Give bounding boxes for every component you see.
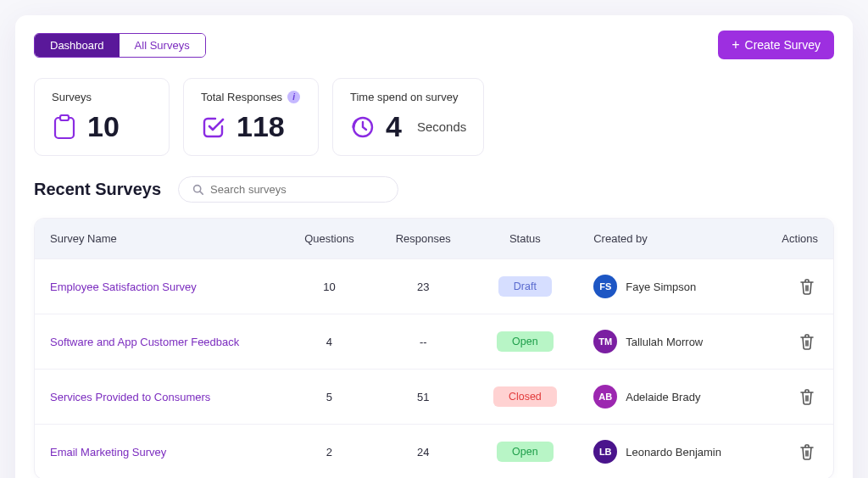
survey-link[interactable]: Services Provided to Consumers (50, 391, 210, 403)
table-header-row: Survey Name Questions Responses Status C… (35, 219, 833, 259)
checkbox-icon (201, 114, 226, 140)
stat-title: Total Responses (201, 91, 282, 103)
svg-rect-1 (60, 115, 69, 120)
delete-button[interactable] (796, 385, 818, 409)
survey-link[interactable]: Email Marketing Survey (50, 446, 166, 459)
clock-icon (350, 114, 376, 140)
stat-suffix: Seconds (417, 119, 466, 134)
col-actions: Actions (758, 219, 833, 259)
trash-icon (799, 278, 815, 295)
topbar: Dashboard All Surveys + Create Survey (34, 31, 834, 59)
search-input[interactable] (210, 183, 384, 196)
section-title: Recent Surveys (34, 180, 161, 199)
col-questions: Questions (284, 219, 375, 259)
delete-button[interactable] (796, 440, 818, 464)
stat-responses: Total Responses i 118 (183, 78, 319, 156)
table-row: Services Provided to Consumers551ClosedA… (35, 370, 833, 425)
surveys-table: Survey Name Questions Responses Status C… (34, 218, 834, 478)
trash-icon (799, 333, 815, 350)
status-badge: Closed (493, 386, 557, 407)
create-survey-label: Create Survey (745, 38, 821, 52)
trash-icon (799, 388, 815, 405)
trash-icon (799, 443, 815, 460)
delete-button[interactable] (796, 330, 818, 353)
cell-responses: 51 (375, 370, 472, 425)
stat-title: Time spend on survey (350, 91, 466, 103)
col-name: Survey Name (35, 219, 284, 259)
plus-icon: + (732, 38, 739, 52)
user-name: Tallulah Morrow (626, 336, 703, 348)
avatar: AB (593, 385, 617, 409)
cell-responses: 23 (375, 259, 472, 314)
clipboard-icon (52, 114, 77, 140)
table-row: Employee Satisfaction Survey1023DraftFSF… (35, 259, 833, 314)
delete-button[interactable] (796, 275, 818, 298)
tab-all-surveys[interactable]: All Surveys (120, 34, 205, 57)
stat-time: Time spend on survey 4 Seconds (332, 78, 484, 156)
stat-value: 10 (87, 110, 120, 143)
section-head: Recent Surveys (34, 176, 834, 203)
user-name: Adelaide Brady (626, 391, 700, 403)
cell-responses: 24 (375, 425, 472, 479)
table-row: Email Marketing Survey224OpenLBLeonardo … (35, 425, 833, 479)
survey-link[interactable]: Employee Satisfaction Survey (50, 281, 197, 293)
stat-surveys: Surveys 10 (34, 78, 170, 156)
avatar: FS (593, 275, 617, 298)
stat-value: 118 (236, 110, 285, 143)
status-badge: Open (497, 442, 554, 462)
avatar: LB (593, 440, 617, 464)
search-icon (192, 184, 203, 195)
status-badge: Open (497, 331, 554, 352)
cell-responses: -- (375, 314, 472, 370)
cell-questions: 2 (284, 425, 375, 479)
col-status: Status (472, 219, 579, 259)
user-name: Leonardo Benjamin (626, 446, 721, 459)
view-tabs: Dashboard All Surveys (34, 33, 206, 58)
stat-title: Surveys (52, 91, 152, 103)
table-row: Software and App Customer Feedback4--Ope… (35, 314, 833, 370)
search-box[interactable] (178, 176, 398, 203)
col-created-by: Created by (578, 219, 758, 259)
tab-dashboard[interactable]: Dashboard (35, 34, 120, 57)
user-name: Faye Simpson (626, 281, 696, 293)
info-icon[interactable]: i (287, 91, 300, 103)
col-responses: Responses (375, 219, 472, 259)
cell-questions: 5 (284, 370, 375, 425)
cell-questions: 10 (284, 259, 375, 314)
create-survey-button-top[interactable]: + Create Survey (718, 31, 834, 59)
dashboard-page: Dashboard All Surveys + Create Survey Su… (15, 15, 853, 478)
avatar: TM (593, 330, 617, 353)
cell-questions: 4 (284, 314, 375, 370)
survey-link[interactable]: Software and App Customer Feedback (50, 336, 239, 348)
status-badge: Draft (498, 276, 552, 297)
stats-row: Surveys 10 Total Responses i (34, 78, 834, 156)
stat-value: 4 (386, 110, 402, 143)
